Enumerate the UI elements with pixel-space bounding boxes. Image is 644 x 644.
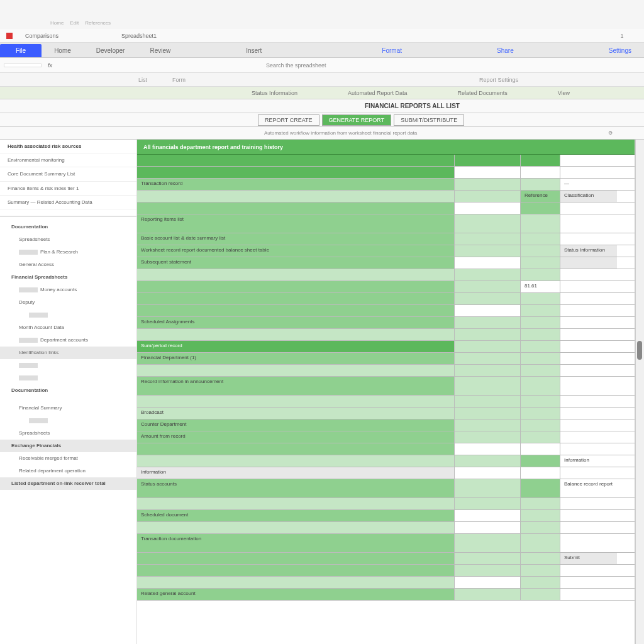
table-cell[interactable] (521, 498, 560, 509)
table-cell[interactable] (455, 455, 521, 467)
table-cell[interactable] (560, 281, 617, 292)
sidebar-header-item[interactable]: Health associated risk sources (0, 140, 136, 153)
table-row[interactable] (137, 293, 635, 305)
sidebar-tree-item[interactable] (0, 309, 136, 321)
table-cell[interactable]: Balance record report (560, 479, 617, 497)
menu-item[interactable]: Edit (70, 20, 79, 26)
table-row[interactable]: Sum/period record (137, 341, 635, 353)
table-cell[interactable] (455, 353, 521, 364)
table-cell[interactable] (560, 341, 617, 352)
table-row[interactable]: Scheduled Assignments (137, 317, 635, 329)
table-row[interactable] (137, 167, 635, 179)
table-cell[interactable] (137, 565, 455, 576)
table-cell[interactable] (455, 443, 521, 455)
table-cell[interactable]: Reference (521, 191, 560, 202)
table-cell[interactable] (521, 396, 560, 407)
table-cell[interactable]: Financial Department (1) (137, 353, 455, 364)
sidebar-tree-item[interactable]: Spreadsheets (0, 233, 136, 246)
table-cell[interactable] (560, 167, 617, 178)
table-cell[interactable] (560, 396, 617, 407)
table-cell[interactable] (560, 534, 617, 552)
gear-icon[interactable]: ⚙ (608, 130, 613, 136)
table-cell[interactable]: Subsequent statement (137, 257, 455, 269)
table-row[interactable]: Related general account (137, 589, 635, 601)
table-row[interactable] (137, 203, 635, 214)
table-row[interactable]: Broadcast (137, 408, 635, 419)
sidebar-tree-item[interactable]: Plan & Research (0, 246, 136, 258)
chip-report-create[interactable]: REPORT CREATE (258, 114, 319, 126)
table-row[interactable]: Transaction documentation (137, 534, 635, 553)
sidebar-tree-item[interactable] (0, 397, 136, 402)
sidebar-tree-item[interactable]: Listed department on-link receiver total (0, 477, 136, 490)
table-cell[interactable] (560, 329, 617, 340)
table-cell[interactable] (521, 565, 560, 576)
table-cell[interactable] (455, 155, 521, 166)
data-grid[interactable]: All financials department report and tra… (137, 140, 635, 644)
table-cell[interactable] (521, 179, 560, 190)
table-cell[interactable] (137, 269, 455, 280)
table-cell[interactable] (455, 577, 521, 588)
table-row[interactable] (137, 498, 635, 510)
window-close-icon[interactable] (636, 5, 638, 11)
table-cell[interactable] (521, 443, 560, 455)
sidebar-tree-item[interactable] (0, 372, 136, 384)
table-row[interactable]: Information (137, 467, 635, 479)
table-cell[interactable] (455, 281, 521, 292)
chip-generate-report[interactable]: GENERATE REPORT (322, 114, 392, 126)
table-cell[interactable] (137, 443, 455, 455)
table-cell[interactable]: Sum/period record (137, 341, 455, 352)
table-cell[interactable] (455, 305, 521, 316)
table-cell[interactable] (455, 257, 521, 269)
table-cell[interactable] (560, 233, 617, 245)
table-cell[interactable] (521, 553, 560, 564)
table-row[interactable] (137, 365, 635, 377)
table-cell[interactable] (137, 455, 455, 467)
sidebar-header-item[interactable]: Environmental monitoring (0, 153, 136, 167)
toolbar-action[interactable] (606, 33, 608, 39)
table-cell[interactable] (560, 467, 617, 479)
table-cell[interactable] (455, 589, 521, 600)
table-cell[interactable] (560, 377, 617, 395)
cell-reference-input[interactable] (4, 64, 42, 67)
table-cell[interactable]: Basic account list & date summary list (137, 233, 455, 245)
table-cell[interactable] (560, 522, 617, 533)
table-cell[interactable] (560, 353, 617, 364)
sidebar-tree-item[interactable]: Department accounts (0, 334, 136, 347)
menu-item[interactable]: References (85, 20, 111, 26)
table-cell[interactable] (560, 293, 617, 304)
table-cell[interactable]: — (560, 179, 617, 190)
table-cell[interactable] (560, 203, 617, 214)
table-cell[interactable] (521, 479, 560, 497)
table-cell[interactable] (455, 191, 521, 202)
table-cell[interactable]: Related general account (137, 589, 455, 600)
fx-icon[interactable]: fx (48, 62, 52, 69)
table-cell[interactable] (521, 377, 560, 395)
ribbon-extra-share[interactable]: Share (484, 44, 526, 57)
sidebar-tree-item[interactable]: Exchange Financials (0, 440, 136, 452)
table-cell[interactable] (137, 498, 455, 509)
table-cell[interactable] (521, 329, 560, 340)
table-cell[interactable] (560, 577, 617, 588)
table-row[interactable] (137, 269, 635, 281)
table-cell[interactable]: Submit (560, 553, 617, 564)
document-name[interactable]: Comparisons (25, 33, 58, 39)
table-cell[interactable] (521, 341, 560, 352)
table-cell[interactable]: Record information in announcement (137, 377, 455, 395)
table-cell[interactable] (521, 419, 560, 431)
sidebar-tree-item[interactable]: Financial Summary (0, 402, 136, 414)
ribbon-tab[interactable] (183, 51, 208, 57)
table-cell[interactable] (455, 269, 521, 280)
table-row[interactable]: Reporting items list (137, 214, 635, 233)
table-cell[interactable] (455, 245, 521, 257)
table-cell[interactable] (137, 365, 455, 376)
sidebar-tree-item[interactable]: Documentation (0, 384, 136, 397)
table-cell[interactable]: Transaction record (137, 179, 455, 190)
table-cell[interactable] (521, 589, 560, 600)
table-row[interactable]: Basic account list & date summary list (137, 233, 635, 245)
table-cell[interactable] (455, 167, 521, 178)
table-cell[interactable] (521, 269, 560, 280)
table-cell[interactable] (560, 365, 617, 376)
table-cell[interactable] (137, 203, 455, 214)
table-cell[interactable] (455, 565, 521, 576)
table-cell[interactable] (560, 317, 617, 328)
